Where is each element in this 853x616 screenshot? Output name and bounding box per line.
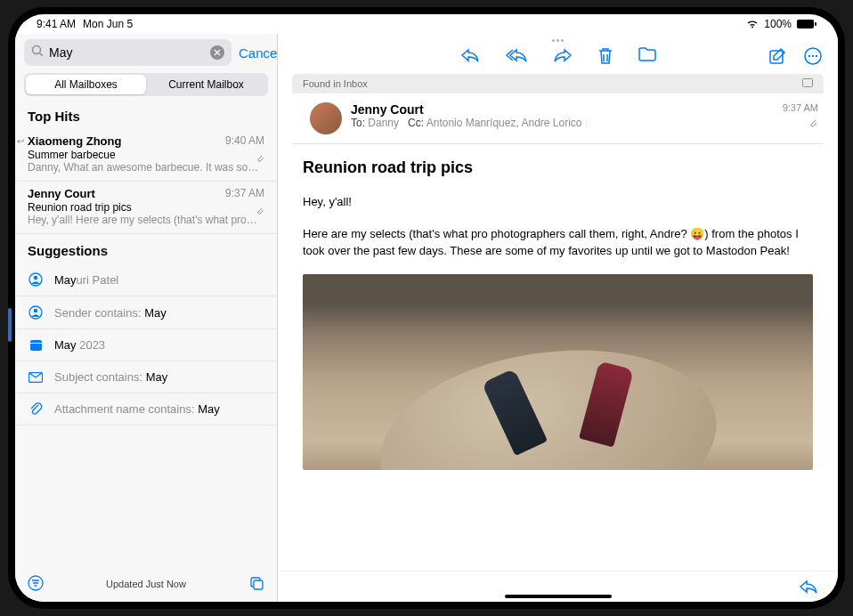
top-hit-item[interactable]: ↩ Xiaomeng Zhong 9:40 AM Summer barbecue… — [15, 129, 277, 182]
new-window-button[interactable] — [248, 575, 264, 593]
hit-time: 9:37 AM — [225, 187, 264, 200]
envelope-icon — [28, 372, 44, 383]
reply-button-footer[interactable] — [799, 579, 818, 595]
status-date: Mon Jun 5 — [83, 18, 133, 30]
svg-point-20 — [812, 55, 814, 57]
suggestion-date[interactable]: May 2023 — [15, 329, 277, 361]
suggestion-sender-contains[interactable]: Sender contains: May — [15, 296, 277, 329]
message-photo[interactable] — [303, 274, 813, 470]
message-recipients[interactable]: To: Danny Cc: Antonio Manríquez, Andre L… — [351, 117, 593, 130]
mailbox-icon — [802, 78, 813, 89]
hit-preview: Danny, What an awesome barbecue. It was … — [28, 161, 264, 174]
svg-point-2 — [33, 46, 41, 54]
suggestions-header: Suggestions — [15, 234, 277, 263]
search-icon — [31, 45, 44, 61]
forward-button[interactable] — [553, 47, 573, 65]
suggestion-person[interactable]: Mayuri Patel — [15, 263, 277, 296]
svg-point-5 — [34, 276, 38, 280]
person-icon — [28, 305, 44, 320]
wifi-icon — [746, 20, 759, 28]
move-button[interactable] — [638, 47, 656, 65]
battery-icon — [797, 20, 816, 28]
suggestion-subject-contains[interactable]: Subject contains: May — [15, 361, 277, 393]
svg-rect-22 — [803, 79, 813, 87]
message-from[interactable]: Jenny Court — [351, 102, 593, 117]
hit-time: 9:40 AM — [225, 134, 264, 148]
status-time: 9:41 AM — [37, 18, 76, 30]
hit-sender: Xiaomeng Zhong — [28, 134, 121, 148]
reply-button[interactable] — [460, 47, 480, 65]
hit-preview: Hey, y'all! Here are my selects (that's … — [28, 214, 264, 226]
message-paragraph: Here are my selects (that's what pro pho… — [303, 225, 813, 260]
attachment-icon — [783, 118, 818, 130]
person-icon — [28, 272, 44, 287]
svg-point-21 — [816, 55, 817, 57]
paperclip-icon — [28, 402, 44, 416]
filter-button[interactable] — [28, 575, 44, 593]
svg-line-3 — [40, 53, 44, 57]
more-button[interactable] — [804, 47, 822, 65]
top-hits-header: Top Hits — [15, 100, 277, 129]
drag-handle[interactable] — [278, 34, 838, 42]
scope-current-mailbox[interactable]: Current Mailbox — [146, 75, 266, 94]
message-subject: Reunion road trip pics — [303, 158, 813, 177]
cancel-search-button[interactable]: Cancel — [239, 45, 280, 61]
svg-rect-8 — [30, 340, 42, 351]
home-indicator[interactable] — [505, 595, 612, 598]
attachment-icon — [256, 203, 264, 219]
svg-rect-0 — [797, 20, 814, 28]
svg-rect-9 — [30, 343, 42, 344]
scope-all-mailboxes[interactable]: All Mailboxes — [26, 75, 146, 94]
sender-avatar[interactable] — [310, 102, 342, 134]
svg-point-19 — [808, 55, 810, 57]
trash-button[interactable] — [597, 47, 613, 65]
svg-rect-16 — [254, 580, 263, 589]
status-bar: 9:41 AM Mon Jun 5 100% — [15, 14, 838, 34]
message-body[interactable]: Reunion road trip pics Hey, y'all! Here … — [278, 144, 838, 571]
message-header: Jenny Court To: Danny Cc: Antonio Manríq… — [292, 93, 824, 144]
update-status: Updated Just Now — [106, 579, 186, 589]
found-in-banner: Found in Inbox — [292, 74, 824, 93]
top-hit-item[interactable]: Jenny Court 9:37 AM Reunion road trip pi… — [15, 182, 277, 234]
message-pane: Found in Inbox Jenny Court To: Danny Cc:… — [278, 34, 838, 602]
calendar-icon — [28, 338, 44, 352]
battery-percent: 100% — [764, 18, 792, 30]
reply-all-button[interactable] — [505, 47, 528, 65]
compose-button[interactable] — [768, 47, 786, 65]
suggestion-attachment-contains[interactable]: Attachment name contains: May — [15, 393, 277, 426]
hit-subject: Summer barbecue — [28, 149, 264, 161]
svg-point-7 — [34, 309, 38, 313]
search-scope-segment[interactable]: All Mailboxes Current Mailbox — [24, 73, 268, 96]
search-input[interactable] — [49, 45, 205, 60]
search-field[interactable] — [24, 39, 232, 66]
chevron-right-icon: 〉 — [584, 118, 593, 128]
svg-rect-1 — [815, 22, 816, 26]
message-paragraph: Hey, y'all! — [303, 193, 813, 211]
mail-sidebar: Cancel All Mailboxes Current Mailbox Top… — [15, 34, 278, 602]
clear-search-button[interactable] — [210, 45, 224, 60]
attachment-icon — [256, 150, 264, 166]
hit-subject: Reunion road trip pics — [28, 201, 264, 214]
message-time: 9:37 AM — [783, 102, 818, 113]
replied-icon: ↩ — [17, 136, 24, 146]
hit-sender: Jenny Court — [28, 187, 95, 200]
